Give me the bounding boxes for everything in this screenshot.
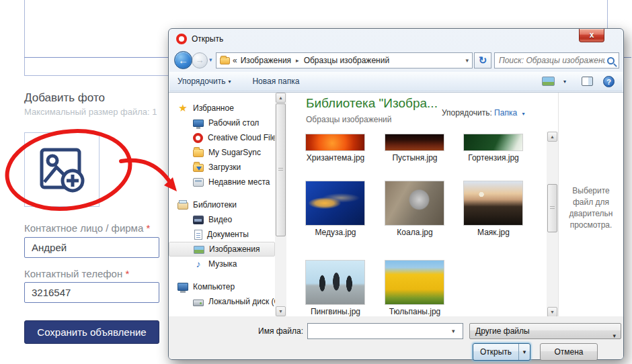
file-list-pane: Библиотека "Изобра... Образцы изображени… <box>286 93 558 316</box>
new-folder-button[interactable]: Новая папка <box>252 77 299 86</box>
arrange-dropdown-icon[interactable]: ▾ <box>522 111 524 117</box>
scroll-up-icon[interactable]: ▲ <box>547 132 557 142</box>
scroll-up-icon[interactable]: ▲ <box>276 93 286 103</box>
back-button[interactable]: ← <box>174 51 192 69</box>
file-name-input[interactable] <box>307 323 463 339</box>
sidebar-item-label: Изображения <box>209 244 260 254</box>
save-ad-button[interactable]: Сохранить объявление <box>24 320 159 344</box>
breadcrumb-overflow[interactable]: « <box>233 56 237 65</box>
preview-text-line: Выберите <box>559 185 623 197</box>
breadcrumb[interactable]: « Изображения ▸ Образцы изображений ▾ <box>216 52 473 69</box>
contact-phone-label-text: Контактный телефон <box>24 268 122 279</box>
contact-phone-input[interactable] <box>24 282 159 303</box>
address-bar: ← → ▾ « Изображения ▸ Образцы изображени… <box>169 50 623 71</box>
recent-places-icon <box>193 178 204 187</box>
sidebar-item-music[interactable]: ♪ Музыка <box>169 257 275 271</box>
file-name-label: Имя файла: <box>220 326 303 336</box>
library-subtitle: Образцы изображений <box>306 115 391 124</box>
organize-menu[interactable]: Упорядочить <box>177 77 225 86</box>
music-note-icon: ♪ <box>193 259 204 269</box>
help-icon[interactable]: ? <box>603 76 615 87</box>
file-thumbnail-koala[interactable] <box>385 181 444 225</box>
sidebar-item-label: My SugarSync <box>208 148 261 157</box>
command-toolbar: Упорядочить ▾ Новая папка ▾ ? <box>169 72 623 91</box>
sidebar-item-libraries[interactable]: Библиотеки <box>169 197 275 212</box>
close-button[interactable]: x <box>579 29 604 42</box>
file-name[interactable]: Тюльпаны.jpg <box>374 307 455 316</box>
file-thumbnail-penguins[interactable] <box>306 261 364 304</box>
sidebar-item-label: Музыка <box>208 259 237 269</box>
sidebar-item-creative-cloud[interactable]: Creative Cloud Files <box>169 130 275 145</box>
file-list-scrollbar[interactable]: ▲ ▼ <box>547 132 558 316</box>
sidebar-item-pictures[interactable]: Изображения <box>169 242 275 257</box>
file-thumbnail-chrysanthemum[interactable] <box>306 134 364 150</box>
downloads-folder-icon <box>193 164 204 172</box>
file-thumbnail-desert[interactable] <box>385 134 444 150</box>
organize-dropdown-icon: ▾ <box>228 79 231 85</box>
preview-text-line: файл для <box>559 197 623 208</box>
breadcrumb-item-pictures[interactable]: Изображения <box>241 56 291 65</box>
folder-icon <box>220 57 230 64</box>
file-name[interactable]: Пустыня.jpg <box>374 153 455 163</box>
navigation-pane: ★ Избранное Рабочий стол Creative Cloud … <box>169 93 275 316</box>
video-icon <box>193 216 204 224</box>
sidebar-item-videos[interactable]: Видео <box>169 212 275 227</box>
sidebar-item-local-disk[interactable]: Локальный диск (C <box>169 294 275 309</box>
breadcrumb-item-sample-pictures[interactable]: Образцы изображений <box>304 56 389 65</box>
contact-name-label: Контактное лицо / фирма * <box>24 222 150 234</box>
sidebar-item-label: Избранное <box>193 103 234 113</box>
refresh-button[interactable]: ↻ <box>474 52 491 69</box>
sidebar-item-label: Рабочий стол <box>208 118 259 128</box>
arrange-by-control[interactable]: Упорядочить: Папка ▾ <box>442 108 524 118</box>
dialog-titlebar[interactable]: Открыть x <box>169 29 623 49</box>
sidebar-item-documents[interactable]: Документы <box>169 227 275 242</box>
sidebar-item-favorites[interactable]: ★ Избранное <box>169 101 275 116</box>
open-split-dropdown-icon[interactable]: ▾ <box>518 344 530 360</box>
search-input[interactable] <box>499 56 605 65</box>
preview-pane: Выберите файл для дварительн просмотра. <box>558 93 623 316</box>
file-thumbnail-lighthouse[interactable] <box>464 181 522 225</box>
address-dropdown-icon[interactable]: ▾ <box>465 57 469 64</box>
scrollbar-thumb[interactable] <box>547 184 557 232</box>
file-name[interactable]: Хризантема.jpg <box>295 153 376 163</box>
arrange-label: Упорядочить: <box>442 108 492 118</box>
scrollbar-thumb[interactable] <box>276 103 286 236</box>
sidebar-item-label: Документы <box>207 230 249 239</box>
sidebar-item-label: Creative Cloud Files <box>208 133 275 142</box>
file-name-dropdown-icon[interactable]: ▾ <box>452 328 455 334</box>
photo-upload-dropzone[interactable] <box>24 132 100 207</box>
file-thumbnail-jellyfish[interactable] <box>306 181 364 225</box>
file-thumbnail-tulips[interactable] <box>385 261 444 304</box>
views-icon[interactable] <box>542 77 555 86</box>
sidebar-item-recent-places[interactable]: Недавние места <box>169 175 275 189</box>
contact-name-input[interactable] <box>24 237 159 258</box>
sidebar-item-label: Локальный диск (C <box>208 297 275 306</box>
forward-button[interactable]: → <box>192 52 208 69</box>
sidebar-item-sugarsync[interactable]: My SugarSync <box>169 145 275 160</box>
sidebar-item-desktop[interactable]: Рабочий стол <box>169 116 275 130</box>
views-dropdown-icon[interactable]: ▾ <box>563 79 566 85</box>
file-name[interactable]: Пингвины.jpg <box>295 307 376 316</box>
open-button-label: Открыть <box>473 344 518 360</box>
file-name[interactable]: Гортензия.jpg <box>453 153 534 163</box>
sidebar-item-downloads[interactable]: Загрузки <box>169 160 275 175</box>
preview-pane-icon[interactable] <box>582 77 593 86</box>
red-arrow-shaft <box>121 161 171 183</box>
scroll-down-icon[interactable]: ▼ <box>547 307 557 316</box>
nav-history-dropdown-icon[interactable]: ▾ <box>209 56 212 63</box>
arrange-value[interactable]: Папка <box>494 108 517 118</box>
file-type-dropdown-icon: ▾ <box>613 328 616 343</box>
file-name[interactable]: Медуза.jpg <box>295 228 376 237</box>
sidebar-scrollbar[interactable]: ▲ ▼ <box>275 93 286 316</box>
file-name[interactable]: Коала.jpg <box>374 228 455 237</box>
sidebar-item-computer[interactable]: Компьютер <box>169 279 275 294</box>
search-box[interactable] <box>494 52 619 69</box>
creative-cloud-icon <box>193 133 203 143</box>
file-thumbnail-hydrangea[interactable] <box>464 134 522 150</box>
preview-text-line: просмотра. <box>559 220 623 231</box>
open-button[interactable]: Открыть ▾ <box>473 343 530 361</box>
cancel-button[interactable]: Отмена <box>540 343 598 361</box>
scroll-down-icon[interactable]: ▼ <box>276 306 286 316</box>
file-type-select[interactable]: Другие файлы ▾ <box>469 323 621 339</box>
file-name[interactable]: Маяк.jpg <box>453 228 534 237</box>
